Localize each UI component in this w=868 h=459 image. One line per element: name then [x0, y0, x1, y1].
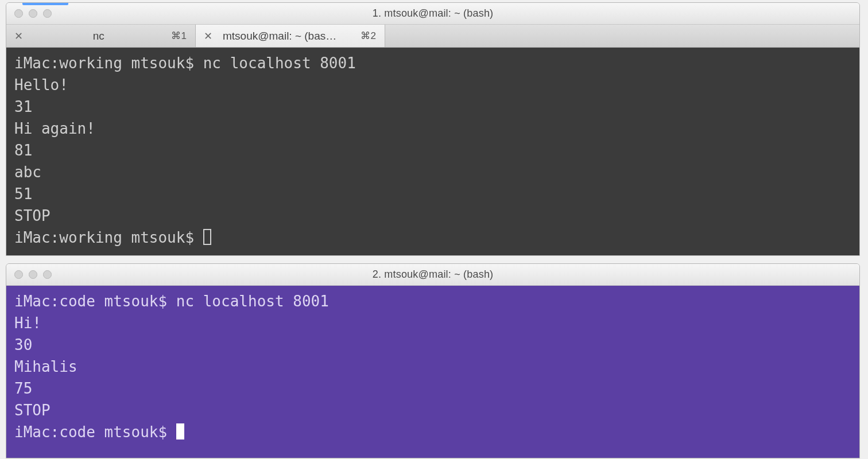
minimize-icon[interactable] [29, 270, 37, 279]
prompt: iMac:code mtsouk$ [14, 423, 176, 441]
line: 75 [14, 380, 32, 397]
line: 31 [14, 98, 32, 115]
tab-nc[interactable]: ✕ nc ⌘1 [6, 25, 196, 47]
tab-bash[interactable]: ✕ mtsouk@mail: ~ (bas… ⌘2 [196, 25, 385, 47]
terminal-output-2[interactable]: iMac:code mtsouk$ nc localhost 8001 Hi! … [6, 286, 859, 458]
window-title: 2. mtsouk@mail: ~ (bash) [6, 269, 859, 281]
cursor-icon [203, 229, 211, 245]
line: Hi! [14, 314, 41, 332]
tab-shortcut: ⌘1 [171, 30, 187, 42]
prompt: iMac:working mtsouk$ [14, 229, 203, 246]
line: STOP [14, 207, 51, 224]
close-icon[interactable]: ✕ [204, 31, 212, 41]
titlebar-2[interactable]: 2. mtsouk@mail: ~ (bash) [6, 264, 859, 286]
close-icon[interactable]: ✕ [14, 31, 23, 41]
tab-bar: ✕ nc ⌘1 ✕ mtsouk@mail: ~ (bas… ⌘2 [6, 25, 859, 48]
titlebar-1[interactable]: 1. mtsouk@mail: ~ (bash) [6, 3, 859, 25]
terminal-window-2: 2. mtsouk@mail: ~ (bash) iMac:code mtsou… [6, 263, 860, 458]
line: STOP [14, 402, 51, 419]
zoom-icon[interactable] [43, 9, 52, 18]
window-title: 1. mtsouk@mail: ~ (bash) [6, 7, 859, 20]
line: 51 [14, 185, 32, 203]
close-icon[interactable] [14, 9, 23, 18]
line: iMac:working mtsouk$ nc localhost 8001 [14, 55, 356, 72]
line: Hello! [14, 76, 68, 94]
cursor-icon [176, 423, 184, 439]
line: 30 [14, 336, 32, 353]
tab-label: mtsouk@mail: ~ (bas… [223, 30, 354, 42]
line: Hi again! [14, 120, 95, 137]
traffic-lights [14, 9, 52, 18]
line: iMac:code mtsouk$ nc localhost 8001 [14, 293, 329, 310]
line: 81 [14, 142, 32, 159]
tab-shortcut: ⌘2 [361, 30, 377, 42]
line: Mihalis [14, 358, 78, 375]
line: abc [14, 164, 41, 181]
tab-label: nc [33, 30, 164, 42]
zoom-icon[interactable] [43, 270, 52, 279]
terminal-window-1: 1. mtsouk@mail: ~ (bash) ✕ nc ⌘1 ✕ mtsou… [6, 2, 860, 256]
terminal-output-1[interactable]: iMac:working mtsouk$ nc localhost 8001 H… [6, 48, 859, 255]
traffic-lights [14, 270, 52, 279]
close-icon[interactable] [14, 270, 23, 279]
minimize-icon[interactable] [29, 9, 37, 18]
